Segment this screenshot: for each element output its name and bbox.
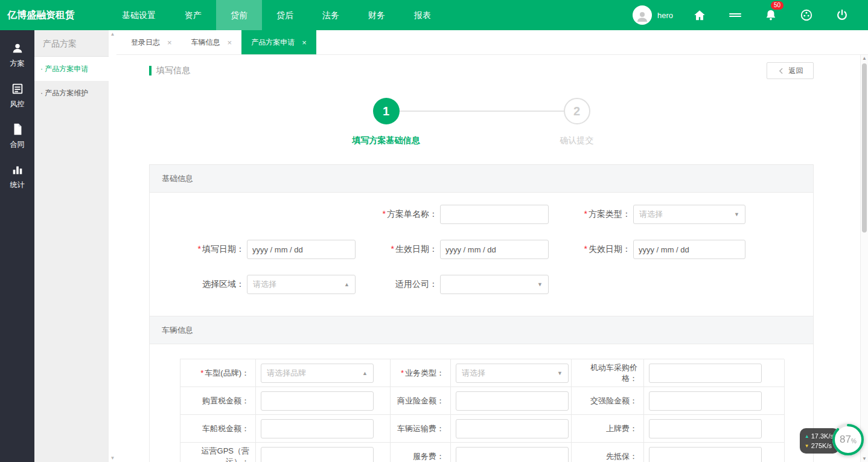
sidebar: 方案 风控 合同 统计	[0, 30, 34, 462]
brand-label: *车型(品牌)：	[180, 359, 256, 387]
compulsory-insurance-input[interactable]	[649, 391, 762, 411]
chevron-up-icon: ▲	[362, 370, 368, 376]
chevron-down-icon: ▼	[537, 281, 543, 287]
transport-fee-input[interactable]	[456, 419, 569, 438]
home-button[interactable]	[681, 8, 717, 22]
purchase-tax-input[interactable]	[261, 391, 374, 411]
step-circle: 1	[373, 98, 400, 124]
nav-item-pre-loan[interactable]: 贷前	[216, 0, 262, 30]
license-fee-label: 上牌费：	[572, 415, 644, 443]
effective-date-label: *生效日期：	[356, 244, 440, 255]
submenu-item-plan-apply[interactable]: · 产品方案申请	[34, 57, 109, 81]
company-select[interactable]: ▼	[440, 275, 549, 294]
guarantee-label: 先抵保：	[572, 443, 644, 462]
submenu-item-plan-maintain[interactable]: · 产品方案维护	[34, 81, 109, 105]
scroll-down-icon[interactable]: ▼	[109, 455, 116, 461]
person-icon	[11, 42, 24, 55]
license-fee-input[interactable]	[649, 419, 762, 438]
performance-gauge[interactable]: 87%	[831, 422, 866, 457]
gps-fee-label: 运营GPS（营运）：	[180, 443, 256, 462]
effective-date-input[interactable]	[440, 240, 549, 259]
app-logo: 亿博盛融资租赁	[0, 9, 107, 22]
sidebar-item-contract[interactable]: 合同	[0, 116, 34, 156]
submenu-scrollbar[interactable]: ▲ ▼	[109, 30, 116, 462]
nav-item-reports[interactable]: 报表	[400, 0, 445, 30]
sidebar-item-plan[interactable]: 方案	[0, 35, 34, 75]
nav-item-finance[interactable]: 财务	[354, 0, 400, 30]
notifications-button[interactable]: 50	[753, 8, 788, 22]
notification-badge: 50	[771, 1, 783, 10]
chevron-down-icon: ▼	[734, 211, 739, 217]
avatar[interactable]	[633, 5, 652, 25]
vehicle-info-panel: 车辆信息 *车型(品牌)： 请选择品牌▲ *业务类型： 请选择▼ 机动车采购价格…	[149, 316, 814, 462]
gps-fee-input[interactable]	[261, 447, 374, 462]
basic-info-panel: 基础信息 *方案单名称： *方案类型： 请选择▼ *填写日期： *生效日期：	[149, 164, 814, 316]
chevron-down-icon: ▼	[557, 370, 563, 376]
download-speed: ▼ 275K/s	[805, 442, 834, 449]
basic-info-panel-title: 基础信息	[150, 165, 813, 193]
basic-info-form: *方案单名称： *方案类型： 请选择▼ *填写日期： *生效日期： *失效日期：	[150, 193, 813, 316]
guarantee-input[interactable]	[649, 447, 762, 462]
tab-login-log[interactable]: 登录日志 ×	[121, 30, 182, 54]
vehicle-info-panel-title: 车辆信息	[150, 316, 813, 344]
region-label: 选择区域：	[150, 279, 247, 290]
tab-close-icon[interactable]: ×	[302, 38, 307, 47]
page-title: 填写信息	[156, 65, 190, 76]
menu-button[interactable]	[717, 11, 753, 19]
top-nav: 基础设置 资产 贷前 贷后 法务 财务 报表	[107, 0, 445, 30]
brand-select[interactable]: 请选择品牌▲	[261, 364, 374, 383]
tab-close-icon[interactable]: ×	[228, 38, 232, 47]
purchase-price-input[interactable]	[649, 364, 762, 383]
vehicle-vessel-tax-input[interactable]	[261, 419, 374, 438]
content: 填写信息 返回 1 填写方案基础信息	[116, 55, 860, 462]
arrow-up-icon: ▲	[805, 434, 809, 439]
business-type-label: *业务类型：	[391, 359, 451, 387]
user-block: hero	[633, 5, 673, 25]
page-head: 填写信息 返回	[149, 60, 814, 81]
tab-close-icon[interactable]: ×	[167, 38, 172, 47]
step-label: 填写方案基础信息	[353, 135, 420, 146]
chevron-up-icon: ▲	[344, 281, 349, 287]
plan-name-input[interactable]	[440, 205, 549, 224]
scrollbar-thumb[interactable]	[862, 63, 867, 233]
expire-date-input[interactable]	[633, 240, 745, 259]
topbar-right: hero 50	[633, 5, 868, 25]
sidebar-item-stats[interactable]: 统计	[0, 156, 34, 197]
nav-item-assets[interactable]: 资产	[170, 0, 216, 30]
bar-chart-icon	[11, 163, 24, 176]
nav-item-post-loan[interactable]: 贷后	[262, 0, 308, 30]
tabbar: 登录日志 × 车辆信息 × 产品方案申请 ×	[116, 30, 868, 55]
scroll-up-icon[interactable]: ▲	[861, 56, 868, 61]
sidebar-item-risk[interactable]: 风控	[0, 75, 34, 116]
plan-type-select[interactable]: 请选择▼	[633, 205, 745, 224]
fill-date-input[interactable]	[247, 240, 356, 259]
service-fee-input[interactable]	[456, 447, 569, 462]
main-scrollbar[interactable]: ▲ ▼	[860, 55, 868, 462]
vehicle-info-table: *车型(品牌)： 请选择品牌▲ *业务类型： 请选择▼ 机动车采购价格： 购置税…	[180, 359, 784, 462]
vehicle-vessel-tax-label: 车船税金额：	[180, 415, 256, 443]
expire-date-label: *失效日期：	[549, 244, 633, 255]
tab-product-plan-apply[interactable]: 产品方案申请 ×	[241, 30, 316, 54]
logout-button[interactable]	[824, 8, 860, 22]
arrow-down-icon: ▼	[805, 443, 809, 449]
commercial-insurance-label: 商业险金额：	[391, 387, 451, 415]
gauge-value: 87%	[831, 422, 866, 457]
fill-date-label: *填写日期：	[150, 244, 247, 255]
scroll-up-icon[interactable]: ▲	[109, 31, 116, 37]
stepper-step-2: 2 确认提交	[535, 98, 619, 146]
theme-button[interactable]	[788, 8, 824, 22]
nav-item-legal[interactable]: 法务	[308, 0, 354, 30]
commercial-insurance-input[interactable]	[456, 391, 569, 411]
chevron-left-icon	[777, 67, 785, 75]
compulsory-insurance-label: 交强险金额：	[572, 387, 644, 415]
accent-bar	[149, 66, 152, 75]
bell-icon	[764, 8, 777, 22]
nav-item-basic-settings[interactable]: 基础设置	[107, 0, 170, 30]
stepper: 1 填写方案基础信息 2 确认提交	[344, 98, 619, 149]
business-type-select[interactable]: 请选择▼	[456, 364, 569, 383]
plan-type-label: *方案类型：	[549, 209, 633, 220]
tab-vehicle-info[interactable]: 车辆信息 ×	[182, 30, 242, 54]
home-icon	[693, 8, 706, 22]
region-select[interactable]: 请选择▲	[247, 275, 356, 294]
back-button[interactable]: 返回	[767, 62, 814, 79]
